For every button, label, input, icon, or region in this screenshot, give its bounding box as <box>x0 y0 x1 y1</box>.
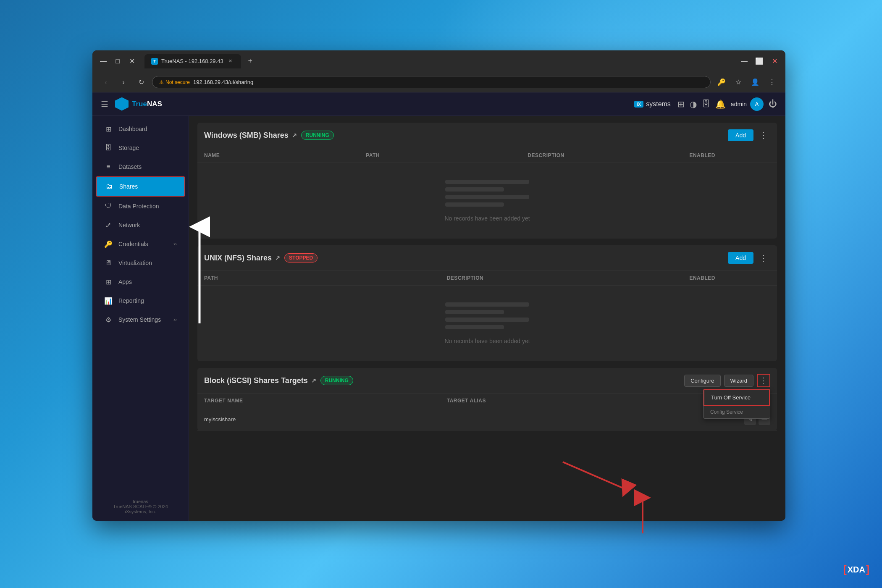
storage-icon[interactable]: 🗄 <box>702 99 710 109</box>
skeleton-line-8 <box>445 325 504 329</box>
sidebar-footer: truenas TrueNAS SCALE® © 2024 iXsystems,… <box>92 492 189 521</box>
smb-skeleton <box>445 180 529 207</box>
nfs-shares-table: Path Description Enabled No record <box>197 271 777 361</box>
iscsi-col-target-alias: Target Alias <box>447 398 690 404</box>
window-minimize-icon[interactable]: — <box>738 55 750 67</box>
address-text: 192.168.29.43/ui/sharing <box>193 79 253 85</box>
window-close-icon[interactable]: ✕ <box>769 55 780 67</box>
dashboard-icon: ⊞ <box>104 125 113 133</box>
apps-sidebar-icon: ⊞ <box>104 278 113 286</box>
smb-actions: Add ⋮ <box>728 129 770 142</box>
xda-logo: [ XDA ] <box>843 564 869 575</box>
reload-button[interactable]: ↻ <box>134 76 148 89</box>
sidebar-item-virtualization[interactable]: 🖥 Virtualization <box>96 254 185 272</box>
iscsi-external-link-icon[interactable]: ↗ <box>311 377 316 384</box>
smb-shares-title: Windows (SMB) Shares ↗ <box>204 131 297 140</box>
storage-sidebar-icon: 🗄 <box>104 144 113 152</box>
iscsi-wizard-button[interactable]: Wizard <box>724 375 753 387</box>
browser-window: — □ ✕ T TrueNAS - 192.168.29.43 ✕ + — ⬜ … <box>92 50 785 521</box>
tab-favicon: T <box>151 58 158 65</box>
minimize-button[interactable]: — <box>97 55 109 67</box>
iscsi-status-badge: RUNNING <box>320 376 353 385</box>
sidebar-item-credentials[interactable]: 🔑 Credentials › <box>96 235 185 253</box>
nfs-empty-text: No records have been added yet <box>444 338 530 344</box>
smb-external-link-icon[interactable]: ↗ <box>292 132 297 139</box>
layers-icon[interactable]: ◑ <box>690 99 697 109</box>
xda-bracket-left: [ <box>843 564 847 575</box>
smb-add-button[interactable]: Add <box>728 129 753 141</box>
sidebar-item-network[interactable]: ⑇ Network <box>96 216 185 234</box>
smb-empty-text: No records have been added yet <box>444 215 530 222</box>
ix-badge: iX <box>634 101 643 108</box>
alert-icon[interactable]: 🔔 <box>715 99 726 109</box>
sidebar-item-datasets[interactable]: ≡ Datasets <box>96 158 185 176</box>
bookmark-icon[interactable]: ☆ <box>732 76 745 89</box>
config-service-item[interactable]: Config Service <box>704 406 770 418</box>
skeleton-line-1 <box>445 180 529 184</box>
tab-title: TrueNAS - 192.168.29.43 <box>161 58 223 64</box>
sidebar-item-system-settings[interactable]: ⚙ System Settings › <box>96 310 185 329</box>
user-avatar: A <box>750 97 764 111</box>
iscsi-more-button[interactable]: ⋮ <box>757 374 770 387</box>
sidebar-item-apps[interactable]: ⊞ Apps <box>96 273 185 291</box>
smb-shares-table: Name Path Description Enabled <box>197 148 777 239</box>
hamburger-menu-icon[interactable]: ☰ <box>101 99 108 109</box>
data-protection-icon: 🛡 <box>104 202 113 210</box>
smb-more-button[interactable]: ⋮ <box>757 129 770 142</box>
smb-col-enabled: Enabled <box>689 152 770 158</box>
smb-col-name: Name <box>204 152 366 158</box>
browser-addressbar: ‹ › ↻ ⚠ Not secure 192.168.29.43/ui/shar… <box>92 72 785 92</box>
sidebar-item-shares[interactable]: 🗂 Shares <box>96 176 185 197</box>
nfs-actions: Add ⋮ <box>728 251 770 265</box>
profile-icon[interactable]: 👤 <box>748 76 762 89</box>
skeleton-line-4 <box>445 202 504 207</box>
power-icon[interactable]: ⏻ <box>769 99 777 109</box>
iscsi-shares-table: Target Name Target Alias myiscsishare ✎ … <box>197 394 777 430</box>
sidebar-company: iXsystems, Inc. <box>99 509 182 514</box>
credentials-arrow-icon: › <box>173 241 177 247</box>
iscsi-configure-button[interactable]: Configure <box>684 375 720 387</box>
close-window-button[interactable]: ✕ <box>126 55 138 67</box>
sidebar-item-reporting[interactable]: 📊 Reporting <box>96 291 185 310</box>
skeleton-line-3 <box>445 195 529 199</box>
iscsi-row-name: myiscsishare <box>204 416 447 423</box>
main-content: Windows (SMB) Shares ↗ RUNNING Add ⋮ Nam… <box>189 116 785 521</box>
iscsi-shares-section: Block (iSCSI) Shares Targets ↗ RUNNING C… <box>197 368 777 430</box>
new-tab-button[interactable]: + <box>244 55 256 67</box>
datasets-icon: ≡ <box>104 163 113 171</box>
smb-shares-header: Windows (SMB) Shares ↗ RUNNING Add ⋮ <box>197 123 777 148</box>
table-row: myiscsishare ✎ — <box>197 408 777 430</box>
skeleton-line-7 <box>445 318 529 322</box>
browser-tab[interactable]: T TrueNAS - 192.168.29.43 ✕ <box>144 54 241 68</box>
header-action-icons: ⊞ ◑ 🗄 🔔 admin A ⏻ <box>677 97 777 111</box>
nfs-add-button[interactable]: Add <box>728 252 753 264</box>
password-icon[interactable]: 🔑 <box>715 76 728 89</box>
turn-off-service-item[interactable]: Turn Off Service <box>704 389 770 406</box>
smb-col-description: Description <box>528 152 689 158</box>
user-menu[interactable]: admin A <box>731 97 764 111</box>
credentials-icon: 🔑 <box>104 240 113 248</box>
tab-close-button[interactable]: ✕ <box>227 58 234 65</box>
security-indicator: ⚠ Not secure <box>159 79 190 85</box>
smb-empty-state: No records have been added yet <box>197 163 777 239</box>
maximize-button[interactable]: □ <box>112 55 123 67</box>
browser-menu-icon[interactable]: ⋮ <box>765 76 779 89</box>
nfs-external-link-icon[interactable]: ↗ <box>275 255 280 261</box>
virtualization-icon: 🖥 <box>104 259 113 267</box>
back-button[interactable]: ‹ <box>99 76 113 89</box>
sidebar-nav: ⊞ Dashboard 🗄 Storage ≡ Datasets 🗂 Share… <box>92 116 189 492</box>
sidebar-item-dashboard[interactable]: ⊞ Dashboard <box>96 120 185 138</box>
nfs-more-button[interactable]: ⋮ <box>757 251 770 265</box>
sidebar-instance-name: truenas <box>99 499 182 504</box>
browser-toolbar-icons: 🔑 ☆ 👤 ⋮ <box>715 76 779 89</box>
sidebar-item-storage[interactable]: 🗄 Storage <box>96 139 185 157</box>
system-settings-arrow-icon: › <box>173 317 177 323</box>
nfs-col-enabled: Enabled <box>689 275 770 281</box>
apps-icon[interactable]: ⊞ <box>677 99 685 109</box>
address-bar[interactable]: ⚠ Not secure 192.168.29.43/ui/sharing <box>152 76 711 88</box>
window-maximize-icon[interactable]: ⬜ <box>753 55 765 67</box>
forward-button[interactable]: › <box>117 76 130 89</box>
warning-icon: ⚠ <box>159 79 164 85</box>
sidebar-version: TrueNAS SCALE® © 2024 <box>99 504 182 509</box>
sidebar-item-data-protection[interactable]: 🛡 Data Protection <box>96 197 185 215</box>
